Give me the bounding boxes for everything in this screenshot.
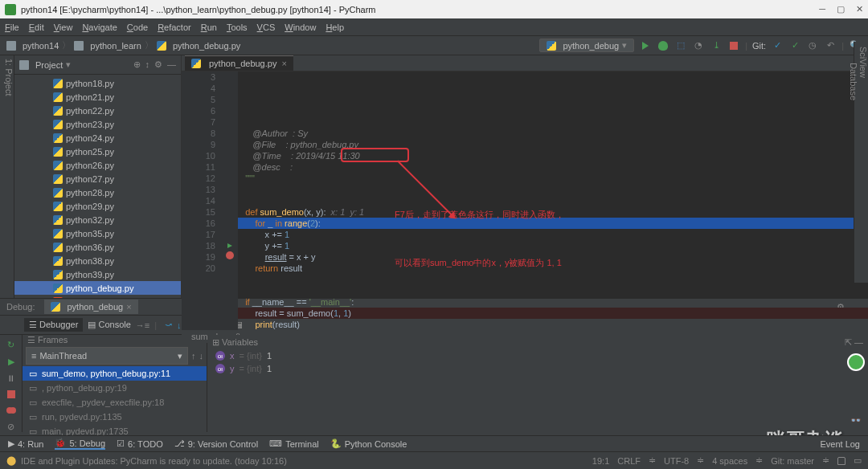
- tree-item[interactable]: python39.py: [14, 267, 181, 281]
- status-bar: ⬤ IDE and Plugin Updates: PyCharm is rea…: [0, 451, 868, 469]
- crumb-root[interactable]: python14: [23, 41, 59, 51]
- collapse-all-button[interactable]: ↕: [145, 59, 150, 70]
- close-button[interactable]: ✕: [856, 4, 863, 14]
- code-area[interactable]: 34567891011121314151617181920 F7后，走到了蓝色条…: [182, 71, 868, 330]
- settings-button[interactable]: ⚙: [154, 59, 162, 70]
- tree-item[interactable]: python21.py: [14, 90, 181, 104]
- frames-panel: ☰ Frames⇱ ≡MainThread▾ ↑ ↓ ▭sum_demo, py…: [23, 335, 207, 432]
- menu-vcs[interactable]: VCS: [257, 22, 276, 32]
- bottom-tab[interactable]: ⎇9: Version Control: [174, 438, 258, 449]
- bottom-tab[interactable]: ☑6: TODO: [117, 438, 163, 449]
- menu-refactor[interactable]: Refactor: [158, 22, 191, 32]
- menu-window[interactable]: Window: [285, 22, 316, 32]
- vars-focus-button[interactable]: —: [854, 337, 863, 347]
- crumb-file[interactable]: python_debug.py: [173, 41, 240, 51]
- git-history-button[interactable]: ◷: [806, 39, 819, 52]
- coverage-button[interactable]: ⬚: [674, 39, 687, 52]
- editor-tab[interactable]: python_debug.py ×: [185, 55, 293, 71]
- left-tool-rail[interactable]: 1: Project: [0, 55, 14, 298]
- tree-item[interactable]: python32.py: [14, 213, 181, 226]
- tree-item[interactable]: python38.py: [14, 254, 181, 267]
- step-into-button[interactable]: ↓: [177, 320, 182, 330]
- event-log-button[interactable]: Event Log: [820, 439, 860, 449]
- minimize-button[interactable]: ─: [819, 4, 825, 14]
- menu-view[interactable]: View: [54, 22, 73, 32]
- variables-list[interactable]: oıx = {int} 1oıy = {int} 1: [207, 349, 868, 375]
- thread-selector[interactable]: ≡MainThread▾: [26, 347, 188, 365]
- hide-button[interactable]: —: [167, 59, 176, 70]
- menu-run[interactable]: Run: [201, 22, 217, 32]
- menu-tools[interactable]: Tools: [227, 22, 248, 32]
- cursor-position[interactable]: 19:1: [592, 456, 609, 466]
- stack-frame[interactable]: ▭sum_demo, python_debug.py:11: [23, 366, 207, 381]
- stack-frame[interactable]: ▭, python_debug.py:19: [23, 381, 207, 395]
- scroll-target-button[interactable]: ⊕: [133, 59, 141, 70]
- step-over-button[interactable]: ⤻: [165, 320, 172, 330]
- tree-item[interactable]: python27.py: [14, 172, 181, 186]
- next-frame-button[interactable]: ↓: [199, 351, 204, 361]
- close-tab-button[interactable]: ×: [281, 59, 286, 68]
- stack-frame[interactable]: ▭execfile, _pydev_execfile.py:18: [23, 395, 207, 410]
- git-branch[interactable]: Git: master: [771, 456, 814, 466]
- stack-frame[interactable]: ▭run, pydevd.py:1135: [23, 410, 207, 424]
- bottom-tab[interactable]: 🐍Python Console: [330, 438, 407, 449]
- readonly-lock-icon[interactable]: [837, 457, 845, 465]
- crumb-folder[interactable]: python_learn: [90, 41, 141, 51]
- vars-restore-button[interactable]: ⇱: [845, 337, 852, 347]
- stop-debug-button[interactable]: [5, 389, 18, 399]
- tree-item[interactable]: python18.py: [14, 76, 181, 90]
- debug-session-tab[interactable]: python_debug ×: [44, 300, 137, 314]
- assistant-badge[interactable]: [847, 353, 865, 371]
- tree-item[interactable]: python_debug.py: [14, 281, 181, 295]
- gutter-marks[interactable]: [222, 71, 238, 330]
- attach-button[interactable]: ⤓: [710, 39, 723, 52]
- git-revert-button[interactable]: ↶: [824, 39, 837, 52]
- watches-button[interactable]: 👓: [850, 415, 862, 426]
- run-config-selector[interactable]: python_debug ▾: [539, 39, 634, 52]
- menu-navigate[interactable]: Navigate: [82, 22, 117, 32]
- menu-edit[interactable]: Edit: [29, 22, 44, 32]
- file-tree[interactable]: python18.pypython21.pypython22.pypython2…: [14, 75, 181, 298]
- git-commit-button[interactable]: ✓: [788, 39, 801, 52]
- maximize-button[interactable]: ▢: [837, 4, 845, 14]
- menu-help[interactable]: Help: [326, 22, 344, 32]
- stop-button[interactable]: [727, 39, 740, 52]
- bottom-tab[interactable]: 🐞5: Debug: [55, 438, 105, 450]
- tree-item[interactable]: python36.py: [14, 240, 181, 254]
- menu-code[interactable]: Code: [127, 22, 148, 32]
- pause-button[interactable]: ⏸: [5, 373, 18, 383]
- file-encoding[interactable]: UTF-8: [664, 456, 689, 466]
- tree-item[interactable]: python24.py: [14, 131, 181, 145]
- tree-item[interactable]: python35.py: [14, 226, 181, 240]
- menu-file[interactable]: File: [5, 22, 19, 32]
- profile-button[interactable]: ◔: [692, 39, 705, 52]
- indent-setting[interactable]: 4 spaces: [712, 456, 747, 466]
- git-label: Git:: [752, 41, 766, 51]
- debug-button[interactable]: [657, 39, 669, 52]
- tree-item[interactable]: souhu.html: [14, 295, 181, 298]
- bottom-tab[interactable]: ▶4: Run: [8, 438, 43, 449]
- tree-item[interactable]: python29.py: [14, 199, 181, 213]
- tree-item[interactable]: python25.py: [14, 145, 181, 158]
- code-content[interactable]: F7后，走到了蓝色条这行，同时进入函数， 可以看到sum_demo中的x，y被赋…: [238, 71, 868, 330]
- resume-button[interactable]: ▶: [5, 357, 18, 367]
- git-update-button[interactable]: ✓: [771, 39, 784, 52]
- right-tool-rail[interactable]: SciView Database: [854, 42, 868, 283]
- bottom-tab[interactable]: ⌨Terminal: [269, 438, 319, 449]
- variable-item[interactable]: oıy = {int} 1: [207, 362, 868, 375]
- console-tab-button[interactable]: ▤ Console: [88, 320, 130, 330]
- view-breakpoints-button[interactable]: [5, 406, 18, 415]
- rerun-button[interactable]: ↻: [5, 340, 18, 350]
- run-button[interactable]: [639, 39, 652, 52]
- tree-item[interactable]: python26.py: [14, 158, 181, 172]
- mute-breakpoints-button[interactable]: ⊘: [5, 422, 18, 432]
- memory-indicator[interactable]: ▭: [854, 455, 862, 466]
- tree-item[interactable]: python23.py: [14, 117, 181, 131]
- threads-button[interactable]: →≡: [136, 320, 149, 330]
- tree-item[interactable]: python28.py: [14, 186, 181, 199]
- variable-item[interactable]: oıx = {int} 1: [207, 349, 868, 362]
- debugger-tab-button[interactable]: ☰ Debugger: [24, 318, 83, 332]
- tree-item[interactable]: python22.py: [14, 104, 181, 117]
- prev-frame-button[interactable]: ↑: [191, 351, 196, 361]
- line-separator[interactable]: CRLF: [617, 456, 641, 466]
